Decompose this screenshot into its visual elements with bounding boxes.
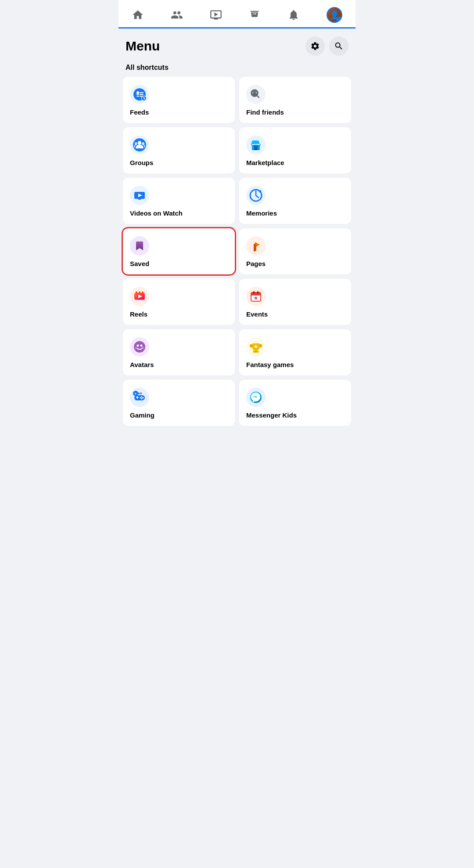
shortcut-pages[interactable]: Pages [239, 228, 351, 274]
svg-point-2 [136, 91, 139, 94]
shortcut-groups[interactable]: Groups [123, 127, 235, 173]
marketplace-label: Marketplace [246, 159, 284, 166]
svg-rect-47 [253, 291, 255, 294]
find-friends-label: Find friends [246, 108, 284, 116]
svg-point-19 [138, 141, 141, 144]
header-actions [305, 36, 348, 56]
top-navigation: 👤 [118, 0, 356, 29]
shortcut-saved[interactable]: Saved [123, 228, 235, 274]
events-icon [246, 287, 266, 306]
shortcut-gaming[interactable]: + Gaming [123, 380, 235, 426]
svg-point-66 [140, 397, 141, 399]
groups-label: Groups [130, 159, 153, 166]
shortcut-memories[interactable]: Memories [239, 178, 351, 224]
menu-badge [336, 17, 342, 23]
svg-point-65 [143, 397, 144, 399]
videos-on-watch-label: Videos on Watch [130, 209, 183, 217]
pages-label: Pages [246, 260, 266, 267]
marketplace-icon [246, 135, 266, 155]
feeds-label: Feeds [130, 108, 149, 116]
search-button[interactable] [329, 36, 348, 56]
svg-point-52 [137, 345, 139, 347]
gaming-label: Gaming [130, 411, 154, 419]
nav-friends[interactable] [164, 6, 190, 24]
shortcut-events[interactable]: Events [239, 279, 351, 325]
shortcut-feeds[interactable]: Feeds [123, 77, 235, 123]
messenger-kids-icon [246, 388, 266, 407]
shortcut-marketplace[interactable]: Marketplace [239, 127, 351, 173]
fantasy-games-label: Fantasy games [246, 361, 294, 368]
svg-rect-6 [136, 94, 139, 95]
avatars-icon [130, 337, 149, 357]
svg-rect-28 [138, 199, 141, 200]
svg-point-55 [142, 346, 144, 349]
nav-home[interactable] [125, 6, 151, 24]
reels-icon [130, 287, 149, 306]
nav-notifications[interactable] [280, 6, 307, 24]
svg-point-53 [140, 345, 143, 347]
events-label: Events [246, 310, 268, 318]
svg-rect-36 [254, 244, 255, 252]
videos-on-watch-icon [130, 186, 149, 205]
svg-rect-58 [253, 351, 259, 353]
page-header: Menu [118, 29, 356, 60]
avatars-label: Avatars [130, 361, 154, 368]
shortcut-find-friends[interactable]: Find friends [239, 77, 351, 123]
svg-point-67 [141, 398, 143, 400]
shortcut-messenger-kids[interactable]: Messenger Kids [239, 380, 351, 426]
shortcut-reels[interactable]: Reels [123, 279, 235, 325]
svg-text:+: + [134, 392, 136, 396]
reels-label: Reels [130, 310, 147, 318]
svg-point-54 [135, 346, 137, 349]
svg-rect-63 [137, 396, 138, 399]
svg-point-64 [141, 396, 143, 398]
memories-icon [246, 186, 266, 205]
svg-rect-7 [136, 96, 139, 97]
memories-label: Memories [246, 209, 277, 217]
gear-icon [310, 41, 320, 51]
messenger-kids-label: Messenger Kids [246, 411, 297, 419]
groups-icon [130, 135, 149, 155]
svg-rect-46 [251, 294, 261, 295]
saved-label: Saved [130, 260, 149, 267]
saved-icon [130, 236, 149, 256]
svg-point-70 [138, 393, 140, 394]
svg-point-71 [140, 393, 142, 394]
pages-icon [246, 236, 266, 256]
shortcut-videos-on-watch[interactable]: Videos on Watch [123, 178, 235, 224]
svg-rect-24 [255, 147, 257, 150]
nav-watch[interactable] [203, 6, 229, 24]
find-friends-icon [246, 85, 266, 104]
fantasy-games-icon [246, 337, 266, 357]
shortcut-fantasy-games[interactable]: Fantasy games [239, 329, 351, 375]
gaming-icon: + [130, 388, 149, 407]
avatar: 👤 [327, 7, 342, 23]
svg-rect-42 [142, 292, 144, 293]
nav-marketplace[interactable] [241, 6, 268, 24]
shortcut-avatars[interactable]: Avatars [123, 329, 235, 375]
svg-rect-41 [139, 292, 140, 293]
shortcuts-grid: Feeds Find friends [118, 77, 356, 435]
nav-menu[interactable]: 👤 [320, 4, 349, 25]
settings-button[interactable] [305, 36, 325, 56]
svg-rect-48 [257, 291, 259, 294]
feeds-icon [130, 85, 149, 104]
shortcuts-section-label: All shortcuts [118, 60, 356, 77]
page-title: Menu [126, 39, 160, 54]
search-icon [334, 41, 344, 51]
svg-rect-40 [136, 292, 137, 293]
